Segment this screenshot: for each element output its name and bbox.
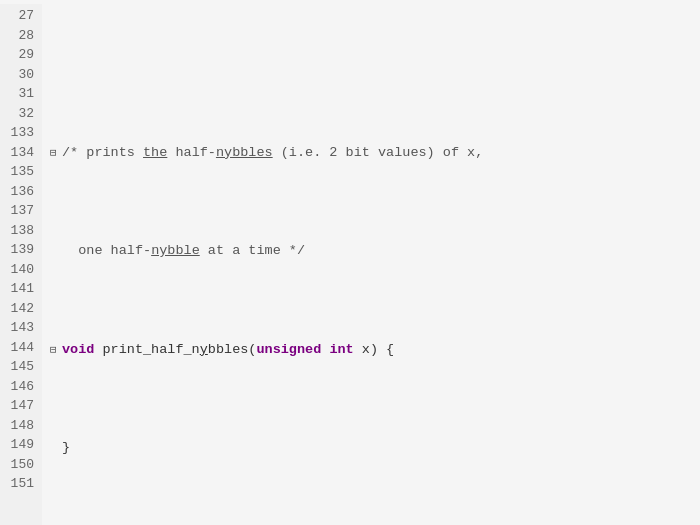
line-num-144: 144 xyxy=(0,338,34,358)
line-num-145: 145 xyxy=(0,357,34,377)
line-num-138: 138 xyxy=(0,221,34,241)
fold-icon-28[interactable]: ⊟ xyxy=(50,144,62,164)
line-num-150: 150 xyxy=(0,455,34,475)
line-num-31: 31 xyxy=(0,84,34,104)
code-area[interactable]: 27 28 29 30 31 32 133 134 135 136 137 13… xyxy=(0,0,700,525)
code-line-30: ⊟void print_half_nybbles(unsigned int x)… xyxy=(50,340,700,361)
line-num-30: 30 xyxy=(0,65,34,85)
line-num-146: 146 xyxy=(0,377,34,397)
line-num-141: 141 xyxy=(0,279,34,299)
line-num-137: 137 xyxy=(0,201,34,221)
editor-container: 27 28 29 30 31 32 133 134 135 136 137 13… xyxy=(0,0,700,525)
line-num-151: 151 xyxy=(0,474,34,494)
line-num-142: 142 xyxy=(0,299,34,319)
fold-icon-31 xyxy=(50,439,62,459)
line-num-136: 136 xyxy=(0,182,34,202)
fold-icon-30[interactable]: ⊟ xyxy=(50,341,62,361)
line-num-27: 27 xyxy=(0,6,34,26)
line-num-149: 149 xyxy=(0,435,34,455)
text-30: print_half_nybbles(unsigned int x) { xyxy=(94,342,394,357)
line-num-140: 140 xyxy=(0,260,34,280)
kw-void-30: void xyxy=(62,342,94,357)
comment-29: one half-nybble at a time */ xyxy=(62,243,305,258)
line-num-32: 32 xyxy=(0,104,34,124)
code-line-28: ⊟/* prints the half-nybbles (i.e. 2 bit … xyxy=(50,143,700,164)
line-num-148: 148 xyxy=(0,416,34,436)
text-31: } xyxy=(62,440,70,455)
code-line-29: one half-nybble at a time */ xyxy=(50,241,700,262)
line-num-134: 134 xyxy=(0,143,34,163)
line-num-147: 147 xyxy=(0,396,34,416)
line-numbers: 27 28 29 30 31 32 133 134 135 136 137 13… xyxy=(0,4,42,525)
line-num-29: 29 xyxy=(0,45,34,65)
comment-28: /* prints the half-nybbles (i.e. 2 bit v… xyxy=(62,145,483,160)
fold-icon-29 xyxy=(50,242,62,262)
code-line-31: } xyxy=(50,438,700,459)
line-num-139: 139 xyxy=(0,240,34,260)
line-num-143: 143 xyxy=(0,318,34,338)
line-num-133: 133 xyxy=(0,123,34,143)
code-content[interactable]: ⊟/* prints the half-nybbles (i.e. 2 bit … xyxy=(42,4,700,525)
line-num-135: 135 xyxy=(0,162,34,182)
line-num-28: 28 xyxy=(0,26,34,46)
